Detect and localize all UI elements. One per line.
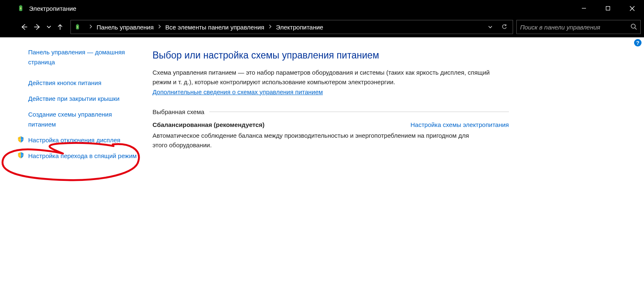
learn-more-link[interactable]: Дополнительные сведения о схемах управле…: [153, 88, 323, 95]
plan-description: Автоматическое соблюдение баланса между …: [153, 131, 476, 150]
chevron-right-icon[interactable]: [158, 24, 161, 30]
sidebar-item-label: Действия кнопок питания: [28, 78, 102, 88]
addressbar[interactable]: Панель управления Все элементы панели уп…: [70, 20, 513, 34]
sidebar-item-label: Настройка отключения дисплея: [28, 135, 120, 145]
refresh-button[interactable]: [499, 20, 510, 34]
sidebar-item-label: Действие при закрытии крышки: [28, 94, 119, 104]
breadcrumb-all[interactable]: Все элементы панели управления: [165, 24, 264, 31]
page-heading: Выбор или настройка схемы управления пит…: [153, 50, 627, 61]
sidebar-item-label: Панель управления — домашняя страница: [28, 47, 141, 67]
nav-forward-button[interactable]: [31, 20, 45, 34]
sidebar-item-label: Создание схемы управления питанием: [28, 110, 141, 129]
divider: [209, 112, 509, 112]
search-box[interactable]: [516, 20, 641, 34]
sidebar-create-plan-link[interactable]: Создание схемы управления питанием: [17, 110, 141, 129]
chevron-right-icon[interactable]: [89, 24, 92, 30]
close-button[interactable]: [620, 0, 644, 17]
battery-icon: [73, 23, 82, 31]
section-header: Выбранная схема: [153, 108, 509, 115]
search-icon[interactable]: [630, 23, 637, 31]
plan-name: Сбалансированная (рекомендуется): [153, 121, 264, 128]
svg-point-8: [631, 24, 635, 28]
shield-icon: [17, 151, 25, 159]
window-controls: [572, 0, 644, 17]
shield-icon: [17, 135, 25, 144]
breadcrumb-current[interactable]: Электропитание: [276, 24, 323, 31]
sidebar-display-off-link[interactable]: Настройка отключения дисплея: [17, 135, 141, 145]
chevron-right-icon[interactable]: [269, 24, 272, 30]
sidebar-lid-action-link[interactable]: Действие при закрытии крышки: [17, 94, 141, 104]
page-description: Схема управления питанием — это набор па…: [153, 68, 505, 97]
window-title: Электропитание: [29, 5, 76, 12]
svg-rect-1: [20, 5, 22, 6]
address-history-button[interactable]: [484, 20, 496, 34]
nav-back-button[interactable]: [17, 20, 31, 34]
minimize-button[interactable]: [572, 0, 596, 17]
search-input[interactable]: [520, 24, 637, 31]
svg-rect-7: [77, 24, 78, 25]
sidebar: Панель управления — домашняя страница Де…: [0, 37, 145, 290]
main-panel: Выбор или настройка схемы управления пит…: [145, 37, 644, 290]
nav-up-button[interactable]: [53, 20, 67, 34]
battery-icon: [17, 4, 25, 12]
sidebar-button-actions-link[interactable]: Действия кнопок питания: [17, 78, 141, 88]
sidebar-item-label: Настройка перехода в спящий режим: [28, 151, 137, 161]
navbar: Панель управления Все элементы панели уп…: [0, 17, 644, 37]
sidebar-sleep-link[interactable]: Настройка перехода в спящий режим: [17, 151, 141, 161]
svg-rect-3: [606, 7, 610, 10]
svg-line-9: [635, 28, 637, 29]
plan-row: Сбалансированная (рекомендуется) Настрой…: [153, 121, 509, 128]
sidebar-home-link[interactable]: Панель управления — домашняя страница: [17, 47, 141, 67]
content: ? Панель управления — домашняя страница …: [0, 37, 644, 290]
maximize-button[interactable]: [596, 0, 620, 17]
nav-recent-button[interactable]: [45, 20, 53, 34]
section-label: Выбранная схема: [153, 108, 204, 115]
plan-settings-link[interactable]: Настройка схемы электропитания: [411, 121, 509, 128]
breadcrumb-root[interactable]: Панель управления: [97, 24, 154, 31]
titlebar: Электропитание: [0, 0, 644, 17]
